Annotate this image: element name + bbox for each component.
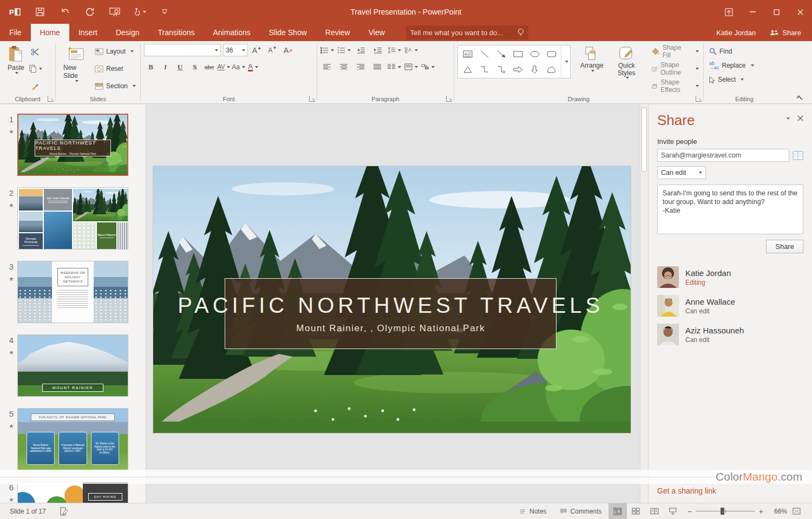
notes-toggle[interactable]: Notes (513, 503, 553, 519)
find-button[interactable]: Find (707, 45, 783, 58)
vertical-scrollbar[interactable] (640, 104, 648, 503)
zoom-in-button[interactable]: + (759, 507, 763, 516)
customize-qat-icon[interactable] (158, 5, 171, 18)
shape-fill-button[interactable]: Shape Fill (650, 45, 701, 58)
shrink-font-icon[interactable]: A▼ (266, 44, 279, 56)
elbow-arrow-connector-icon[interactable] (493, 62, 509, 77)
thumbnail-slide-1[interactable]: 1★ PACIFIC NORTHWEST TRAVELS Mount Raini… (5, 114, 146, 176)
invite-message-box[interactable]: Sarah-I'm going to send this to the rest… (657, 185, 803, 234)
arrow-shape-icon[interactable] (493, 47, 509, 62)
down-arrow-shape-icon[interactable] (526, 62, 543, 77)
columns-icon[interactable] (388, 61, 401, 73)
collapse-ribbon-icon[interactable] (796, 95, 802, 101)
slide-subtitle[interactable]: Mount Rainier, , Olympic National Park (296, 323, 485, 334)
powerpoint-logo-icon[interactable]: P (9, 5, 22, 18)
italic-button[interactable]: I (159, 61, 172, 73)
convert-to-smartart-icon[interactable] (421, 61, 435, 73)
tab-review[interactable]: Review (316, 24, 359, 41)
fit-slide-to-window-button[interactable] (787, 503, 806, 519)
zoom-slider-thumb[interactable] (721, 508, 724, 515)
reset-button[interactable]: Reset (93, 62, 138, 75)
line-shape-icon[interactable] (476, 47, 493, 62)
shape-gallery[interactable]: A (457, 45, 571, 78)
font-color-button[interactable]: A (246, 61, 260, 73)
align-center-icon[interactable] (337, 61, 351, 73)
tab-view[interactable]: View (359, 24, 394, 41)
clear-formatting-icon[interactable]: A (281, 44, 295, 56)
tell-me-box[interactable]: Tell me what you want to do... (406, 25, 528, 40)
shape-gallery-more[interactable] (561, 45, 570, 78)
quick-styles-button[interactable]: Quick Styles (608, 44, 645, 94)
grow-font-icon[interactable]: A▲ (250, 44, 264, 56)
reading-view-button[interactable] (645, 503, 664, 519)
change-case-button[interactable]: Aa (232, 61, 245, 73)
bullets-icon[interactable] (320, 44, 334, 56)
shape-outline-button[interactable]: Shape Outline (650, 62, 701, 75)
minimize-button[interactable] (741, 0, 764, 24)
tab-file[interactable]: File (0, 24, 31, 41)
character-spacing-button[interactable]: AV (217, 61, 231, 73)
freeform-shape-icon[interactable] (543, 62, 560, 77)
touch-mode-dropdown[interactable] (143, 11, 146, 13)
paste-button[interactable]: Paste (3, 44, 29, 94)
undo-icon[interactable] (58, 5, 71, 18)
pane-options-icon[interactable] (787, 117, 790, 120)
tab-home[interactable]: Home (31, 24, 69, 41)
new-slide-button[interactable]: New Slide (59, 44, 93, 94)
font-name-combo[interactable] (144, 44, 221, 56)
line-spacing-icon[interactable] (388, 44, 401, 56)
clipboard-dialog-launcher[interactable]: ↘ (48, 96, 54, 102)
scrollbar-thumb[interactable] (641, 108, 647, 172)
close-button[interactable] (788, 0, 812, 24)
align-right-icon[interactable] (354, 61, 368, 73)
oval-shape-icon[interactable] (526, 47, 543, 62)
text-direction-icon[interactable]: A (404, 44, 418, 56)
ribbon-display-options-icon[interactable] (717, 0, 741, 24)
layout-button[interactable]: Layout (93, 45, 138, 58)
share-button-top[interactable]: Share (770, 29, 801, 37)
font-dialog-launcher[interactable]: ↘ (309, 96, 315, 102)
permission-dropdown[interactable]: Can edit (657, 166, 706, 179)
arrange-button[interactable]: Arrange (576, 44, 608, 94)
triangle-shape-icon[interactable] (459, 62, 476, 77)
decrease-indent-icon[interactable] (354, 44, 368, 56)
slide-sorter-view-button[interactable] (627, 503, 645, 519)
tab-design[interactable]: Design (107, 24, 149, 41)
align-text-icon[interactable] (404, 61, 418, 73)
rectangle-shape-icon[interactable] (509, 47, 526, 62)
zoom-out-button[interactable]: − (687, 507, 692, 516)
right-arrow-shape-icon[interactable] (509, 62, 526, 77)
get-sharing-link[interactable]: Get a sharing link (657, 487, 716, 495)
address-book-icon[interactable] (793, 151, 803, 160)
select-button[interactable]: Select (707, 73, 783, 86)
close-pane-icon[interactable] (797, 115, 803, 121)
current-slide[interactable]: PACIFIC NORTHWEST TRAVELS Mount Rainier,… (153, 166, 631, 433)
text-box-shape-icon[interactable]: A (459, 47, 476, 62)
thumbnail-slide-2[interactable]: 2★ San Juan Islands Olympic Peninsula Mo… (5, 187, 146, 249)
tab-animations[interactable]: Animations (204, 24, 259, 41)
cut-icon[interactable] (29, 45, 42, 57)
numbering-icon[interactable] (337, 44, 351, 56)
tab-slide-show[interactable]: Slide Show (260, 24, 316, 41)
strikethrough-button[interactable]: abc (202, 61, 216, 73)
maximize-button[interactable] (764, 0, 788, 24)
comments-toggle[interactable]: Comments (553, 503, 608, 519)
title-text-box[interactable]: PACIFIC NORTHWEST TRAVELS Mount Rainier,… (225, 278, 556, 349)
underline-button[interactable]: U (173, 61, 187, 73)
justify-icon[interactable] (371, 61, 384, 73)
section-button[interactable]: Section (93, 80, 138, 93)
rounded-rectangle-shape-icon[interactable] (543, 47, 560, 62)
text-shadow-button[interactable]: S (188, 61, 201, 73)
person-row[interactable]: Katie JordanEditing (657, 266, 803, 288)
tab-insert[interactable]: Insert (69, 24, 107, 41)
paragraph-dialog-launcher[interactable]: ↘ (446, 96, 452, 102)
zoom-percent[interactable]: 66% (769, 508, 787, 515)
person-row[interactable]: Aziz HassounehCan edit (657, 324, 803, 345)
align-left-icon[interactable] (320, 61, 334, 73)
thumbnail-slide-4[interactable]: 4★ MOUNT RAINIER (5, 334, 146, 397)
slide-title[interactable]: PACIFIC NORTHWEST TRAVELS (178, 293, 604, 318)
shape-effects-button[interactable]: Shape Effects (650, 80, 701, 93)
thumbnail-slide-3[interactable]: 3★ WEEKEND OR HOLIDAY GETAWAYS (5, 261, 146, 323)
invite-email-input[interactable] (657, 149, 789, 162)
copy-icon[interactable] (29, 63, 42, 75)
